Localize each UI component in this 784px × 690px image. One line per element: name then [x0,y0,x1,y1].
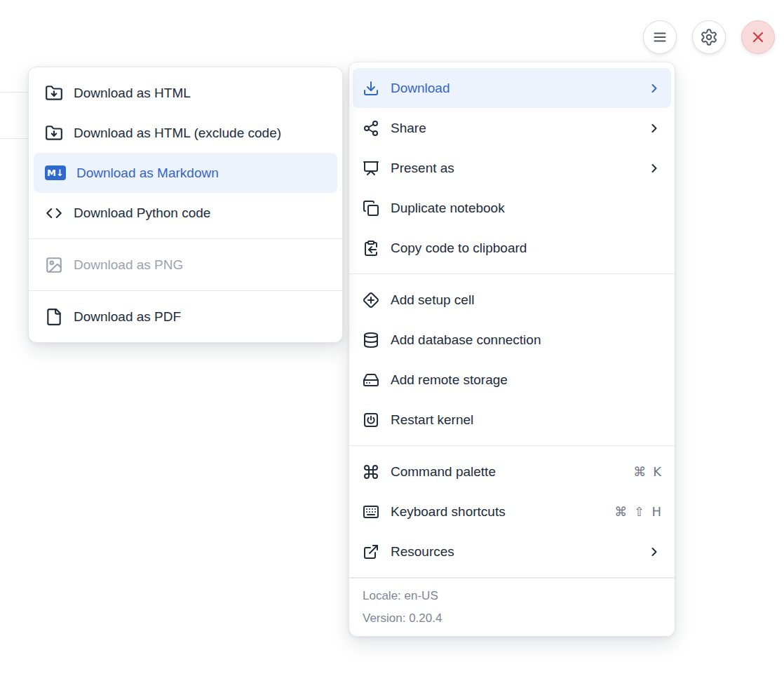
menu-item-label: Download as PDF [74,309,181,325]
menu-item-label: Download as HTML [74,86,191,101]
menu-item-add-remote-storage[interactable]: Add remote storage [353,360,671,400]
menu-item-label: Share [391,121,426,136]
menu-group: Command palette ⌘ K Keyboard shortcuts ⌘… [349,446,675,578]
shortcut-hint: ⌘ ⇧ H [614,504,661,519]
menu-item-copy-code[interactable]: Copy code to clipboard [353,228,671,268]
menu-item-download-html-nocode[interactable]: Download as HTML (exclude code) [34,113,337,153]
notebook-actions-menu: Download Share Present as Duplicate note… [349,62,675,637]
database-icon [363,332,379,349]
close-icon [750,29,766,46]
shift-key: ⇧ [634,504,644,519]
gear-icon [700,28,718,46]
menu-item-label: Command palette [391,464,496,480]
menu-item-label: Add remote storage [391,372,508,388]
menu-item-label: Add database connection [391,332,541,348]
menu-footer: Locale: en-US Version: 0.20.4 [349,578,675,636]
menu-item-label: Keyboard shortcuts [391,504,506,520]
menu-item-download-python[interactable]: Download Python code [34,193,337,233]
hard-drive-icon [363,372,379,388]
folder-down-icon [45,124,63,142]
menu-item-label: Download as HTML (exclude code) [74,126,281,141]
menu-item-label: Download as Markdown [76,165,219,181]
menu-item-label: Duplicate notebook [391,201,505,216]
close-button[interactable] [741,20,775,54]
menu-item-download-pdf[interactable]: Download as PDF [34,297,337,337]
cmd-key: ⌘ [633,464,646,479]
menu-item-label: Download Python code [74,205,210,221]
background-rule [0,138,31,139]
key: K [653,464,661,479]
menu-item-keyboard-shortcuts[interactable]: Keyboard shortcuts ⌘ ⇧ H [353,492,671,532]
keyboard-icon [363,503,379,520]
share-icon [363,120,379,137]
download-icon [363,80,379,97]
menu-item-add-database[interactable]: Add database connection [353,320,671,360]
menu-item-command-palette[interactable]: Command palette ⌘ K [353,452,671,492]
chevron-right-icon [647,545,661,559]
locale-text: Locale: en-US [363,585,661,607]
menu-group: Download as PDF [29,291,342,342]
menu-group: Download as PNG [29,239,342,291]
menu-item-share[interactable]: Share [353,108,671,148]
presentation-icon [363,160,379,177]
settings-button[interactable] [692,20,726,54]
floating-toolbar [643,20,775,54]
chevron-right-icon [647,161,661,175]
version-text: Version: 0.20.4 [363,607,661,630]
menu-item-restart-kernel[interactable]: Restart kernel [353,400,671,440]
menu-group: Download Share Present as Duplicate note… [349,62,675,274]
chevron-right-icon [647,81,661,95]
menu-item-download-markdown[interactable]: M↓ Download as Markdown [34,153,337,193]
menu-item-label: Restart kernel [391,412,473,428]
menu-item-duplicate-notebook[interactable]: Duplicate notebook [353,188,671,228]
menu-item-label: Download as PNG [74,257,183,273]
menu-item-download-html[interactable]: Download as HTML [34,73,337,113]
menu-item-resources[interactable]: Resources [353,532,671,571]
menu-item-add-setup-cell[interactable]: Add setup cell [353,280,671,320]
menu-item-label: Resources [391,544,454,560]
download-submenu: Download as HTML Download as HTML (exclu… [28,67,343,343]
folder-down-icon [45,84,63,102]
menu-item-download-png: Download as PNG [34,245,337,285]
command-icon [363,464,379,480]
chevron-right-icon [647,121,661,135]
image-icon [45,256,63,274]
clipboard-copy-icon [363,240,379,257]
menu-item-label: Present as [391,161,454,176]
shortcut-hint: ⌘ K [633,464,661,479]
hamburger-icon [651,29,668,46]
menu-button[interactable] [643,20,677,54]
cmd-key: ⌘ [614,504,627,519]
background-rule [0,92,31,93]
menu-item-label: Download [391,81,450,96]
menu-group: Download as HTML Download as HTML (exclu… [29,67,342,239]
file-icon [45,308,63,326]
external-link-icon [363,543,379,560]
diamond-plus-icon [363,292,379,309]
duplicate-icon [363,200,379,217]
menu-item-present-as[interactable]: Present as [353,148,671,188]
menu-item-label: Add setup cell [391,292,474,308]
square-power-icon [363,412,379,428]
menu-item-download[interactable]: Download [353,68,671,108]
code-icon [45,204,63,222]
key: H [651,504,661,519]
markdown-badge-icon: M↓ [45,165,66,180]
menu-group: Add setup cell Add database connection A… [349,274,675,446]
menu-item-label: Copy code to clipboard [391,241,527,256]
